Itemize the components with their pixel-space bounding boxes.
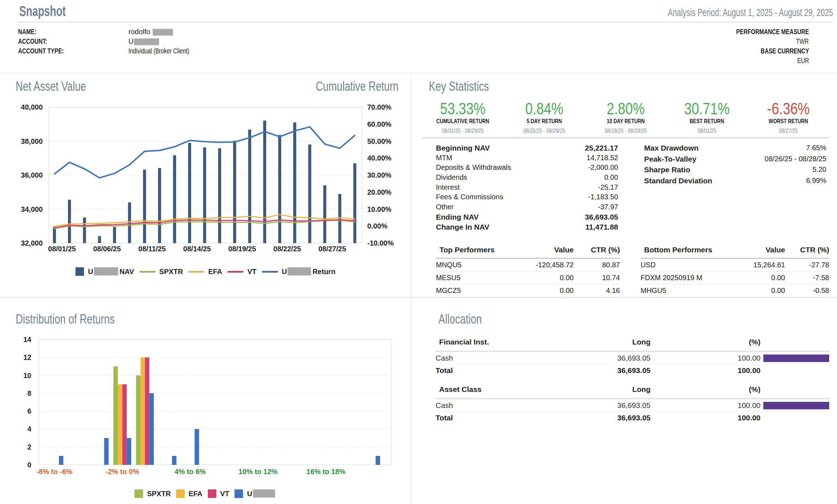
stat-dates: 08/01/25 <box>674 128 739 134</box>
nav-bar <box>98 236 101 243</box>
legend-label: U <box>247 489 276 498</box>
kv-value: -25.17 <box>598 183 618 193</box>
performer-ctr: 10.74 <box>574 272 620 284</box>
nav-chart-legend: UNAVSPXTREFAVTUReturn <box>0 267 411 276</box>
legend-item-efa: EFA <box>188 268 222 276</box>
dist-x-tick: 10% to 12% <box>238 468 278 476</box>
allocation-total-bar-cell <box>760 412 829 424</box>
stat-label: WORST RETURN <box>756 118 821 124</box>
stat-label: 5 DAY RETURN <box>512 118 577 124</box>
dist-y-tick: 14 <box>23 336 32 343</box>
kv-value: -37.97 <box>598 203 618 213</box>
legend-item-spxtr: SPXTR <box>135 489 171 498</box>
bottom-performers-header: Bottom Performers <box>641 246 732 258</box>
nav-bar <box>188 143 191 243</box>
top-performers-table: Top Performers Value CTR (%) MNQU5-120,4… <box>436 246 620 297</box>
dist-y-tick: 0 <box>27 461 31 469</box>
allocation-row-cash: Cash36,693.05100.00 <box>436 399 829 412</box>
nav-x-tick: 08/22/25 <box>273 245 301 253</box>
nav-x-tick: 08/14/25 <box>183 245 211 253</box>
nav-chart: 40,00038,00036,00034,00032,00070.00%60.0… <box>0 96 411 267</box>
name-value: rodolfo <box>128 28 150 36</box>
dist-bar-u <box>195 429 199 465</box>
account-type-label: ACCOUNT TYPE: <box>18 47 104 54</box>
dist-bar-spxtr <box>114 366 118 465</box>
dist-y-tick: 6 <box>27 407 31 415</box>
top-performers-value-header: Value <box>518 246 574 258</box>
dist-bar-u <box>104 438 109 465</box>
dist-y-tick: 8 <box>27 389 31 397</box>
nav-bar <box>68 200 71 243</box>
kv-label: Deposits & Withdrawals <box>436 163 511 173</box>
performer-value: 0.00 <box>732 284 785 297</box>
financial-inst-bar-header <box>760 338 829 351</box>
bottom-performers-ctr-header: CTR (%) <box>785 246 829 258</box>
kv-row-peak-to-valley: Peak-To-Valley08/26/25 - 08/28/25 <box>644 155 826 166</box>
kv-row-deposits-withdrawals: Deposits & Withdrawals-2,000.00 <box>436 163 618 173</box>
allocation-total-pct: 100.00 <box>651 364 760 377</box>
info-divider <box>0 73 837 73</box>
info-row-account-type: ACCOUNT TYPE:Individual (Broker Client) <box>18 47 206 54</box>
kv-row-sharpe-ratio: Sharpe Ratio5.20 <box>644 166 826 177</box>
kv-label: Max Drawdown <box>644 144 699 155</box>
asset-class-header: Asset Class <box>436 385 564 399</box>
performer-row-fdxm-20250919-m: FDXM 20250919 M0.00-7.58 <box>641 272 829 284</box>
nav-bar <box>143 170 146 243</box>
dist-bar-vt <box>145 357 149 465</box>
allocation-row-cash: Cash36,693.05100.00 <box>436 351 829 364</box>
stat-cell-cumulative-return: 53.33%CUMULATIVE RETURN08/01/25 - 08/29/… <box>422 101 504 134</box>
nav-bar <box>113 227 116 243</box>
kv-row-beginning-nav: Beginning NAV25,221.17 <box>436 144 618 154</box>
base-currency-value: EUR <box>797 57 809 64</box>
stat-dates: 08/27/25 <box>756 128 821 134</box>
kv-label: Change In NAV <box>436 223 489 233</box>
nav-y-right-tick: 30.00% <box>367 171 391 179</box>
legend-label-text: U <box>282 268 287 275</box>
kv-value: 25,221.17 <box>585 144 618 154</box>
dist-bar-efa <box>118 384 122 465</box>
nav-y-right-tick: -10.00% <box>367 239 394 247</box>
asset-class-long-header: Long <box>564 385 651 399</box>
performer-name: MHGU5 <box>641 284 732 297</box>
stat-label: 10 DAY RETURN <box>593 118 658 124</box>
allocation-long: 36,693.05 <box>564 351 651 364</box>
kv-label: Fees & Commissions <box>436 193 503 203</box>
dist-plot-border <box>39 340 391 465</box>
stat-value: -6.36% <box>755 101 822 116</box>
nav-y-left-tick: 40,000 <box>21 103 43 111</box>
nav-bar <box>353 163 357 243</box>
financial-inst-pct-header: (%) <box>651 338 760 351</box>
performer-row-mhgu5: MHGU50.00-0.58 <box>641 284 829 297</box>
legend-label-text: NAV <box>120 268 134 275</box>
nav-bar <box>308 145 311 243</box>
risk-metrics-table: Max Drawdown7.65%Peak-To-Valley08/26/25 … <box>644 144 826 187</box>
kv-label: Beginning NAV <box>436 144 490 154</box>
stat-dates: 08/25/25 - 08/29/25 <box>512 128 577 134</box>
performer-ctr: -0.58 <box>785 284 829 297</box>
nav-bar <box>83 217 86 243</box>
performer-row-usd: USD15,264.61-27.78 <box>641 258 829 272</box>
dist-bar-u <box>149 393 154 465</box>
kv-row-fees-commissions: Fees & Commissions-1,183.50 <box>436 193 618 203</box>
legend-label-text: U <box>247 490 252 498</box>
kv-label: Dividends <box>436 173 467 183</box>
stat-value: 2.80% <box>592 101 659 116</box>
performer-ctr: -27.78 <box>785 258 829 272</box>
legend-line-swatch <box>140 271 156 273</box>
kv-row-standard-deviation: Standard Deviation6.99% <box>644 177 826 188</box>
top-performers-header-row: Top Performers Value CTR (%) <box>436 246 620 258</box>
financial-inst-header-row: Financial Inst. Long (%) <box>436 338 829 351</box>
nav-section-title: Net Asset Value <box>16 79 86 94</box>
asset-class-bar-header <box>760 385 829 399</box>
nav-y-left-tick: 34,000 <box>21 205 43 213</box>
performer-ctr: -7.58 <box>785 272 829 284</box>
dist-y-tick: 4 <box>27 425 32 433</box>
allocation-total-label: Total <box>436 364 564 377</box>
nav-bar <box>263 121 267 243</box>
allocation-total-row: Total36,693.05100.00 <box>436 364 829 377</box>
legend-item-spxtr: SPXTR <box>140 268 183 276</box>
stat-value: 0.84% <box>511 101 578 116</box>
bottom-performers-table: Bottom Performers Value CTR (%) USD15,26… <box>641 246 829 297</box>
kv-row-mtm: MTM14,718.52 <box>436 154 618 164</box>
nav-y-left-tick: 32,000 <box>21 239 43 247</box>
